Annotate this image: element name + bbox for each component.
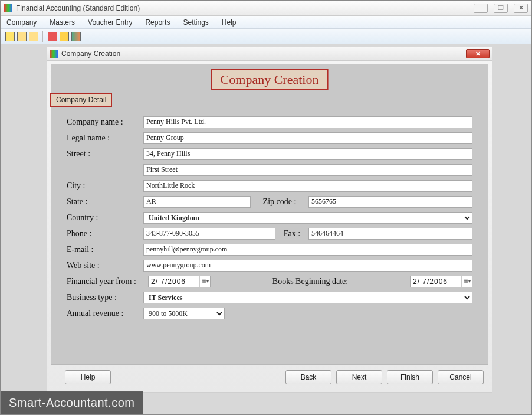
company-creation-dialog: Company Creation ✕ Company Creation Comp… (47, 47, 492, 393)
label-city: City : (67, 181, 143, 191)
menu-bar: Company Masters Voucher Entry Reports Se… (1, 16, 531, 29)
city-input[interactable] (143, 180, 472, 192)
email-input[interactable] (143, 244, 472, 256)
dialog-title: Company Creation (61, 50, 466, 58)
fax-input[interactable] (308, 228, 472, 240)
website-input[interactable] (143, 260, 472, 272)
menu-company[interactable]: Company (6, 18, 37, 27)
menu-masters[interactable]: Masters (50, 18, 75, 27)
books-begin-date-picker[interactable]: 2/ 7/2006 ▦▾ (410, 276, 472, 287)
close-button[interactable]: ✕ (514, 4, 528, 13)
label-email: E-mail : (67, 245, 143, 254)
toolbar-action3-icon[interactable] (71, 32, 81, 41)
toolbar-action2-icon[interactable] (60, 32, 69, 41)
main-window-titlebar: Financial Accounting (Standard Edition) … (1, 1, 531, 16)
toolbar-edit-icon[interactable] (17, 32, 27, 41)
label-zip: Zip code : (251, 197, 308, 207)
label-website: Web site : (67, 261, 143, 270)
menu-reports[interactable]: Reports (145, 18, 170, 27)
calendar-icon[interactable]: ▦▾ (461, 276, 472, 287)
cancel-button[interactable]: Cancel (438, 370, 484, 384)
toolbar-action1-icon[interactable] (48, 32, 57, 41)
tab-company-detail[interactable]: Company Detail (50, 93, 112, 107)
dialog-icon (50, 50, 58, 58)
annual-revenue-select[interactable]: 900 to 5000K (143, 308, 225, 319)
label-fin-year: Financial year from : (67, 277, 148, 286)
label-legal-name: Legal name : (67, 133, 143, 143)
app-icon (4, 4, 12, 12)
minimize-button[interactable]: — (474, 4, 488, 13)
app-title: Financial Accounting (Standard Edition) (16, 4, 474, 12)
toolbar-open-icon[interactable] (29, 32, 38, 41)
toolbar (1, 29, 531, 44)
phone-input[interactable] (143, 228, 275, 240)
label-country: Country : (67, 213, 143, 223)
country-select[interactable]: United Kingdom (143, 212, 472, 224)
label-annual-revenue: Annual revenue : (67, 309, 143, 318)
zip-input[interactable] (308, 196, 472, 208)
legal-name-input[interactable] (143, 132, 472, 144)
form-area: Company name : Legal name : Street : Cit… (51, 107, 488, 364)
menu-voucher-entry[interactable]: Voucher Entry (88, 18, 132, 27)
label-business-type: Business type : (67, 293, 143, 302)
menu-settings[interactable]: Settings (183, 18, 208, 27)
state-input[interactable] (143, 196, 251, 208)
label-street: Street : (67, 149, 143, 159)
next-button[interactable]: Next (336, 370, 382, 384)
toolbar-new-icon[interactable] (5, 32, 15, 41)
street2-input[interactable] (143, 164, 472, 176)
business-type-select[interactable]: IT Services (143, 292, 472, 303)
label-state: State : (67, 197, 143, 207)
label-fax: Fax : (275, 229, 308, 238)
back-button[interactable]: Back (285, 370, 331, 384)
dialog-heading: Company Creation (211, 69, 329, 90)
watermark: Smart-Accountant.com (1, 391, 143, 414)
dialog-titlebar: Company Creation ✕ (47, 47, 492, 61)
label-phone: Phone : (67, 229, 143, 238)
help-button[interactable]: Help (65, 370, 111, 384)
calendar-icon[interactable]: ▦▾ (199, 276, 210, 287)
maximize-button[interactable]: ❐ (494, 4, 508, 13)
label-company-name: Company name : (67, 117, 143, 127)
street1-input[interactable] (143, 148, 472, 160)
label-books-begin: Books Beginning date: (211, 277, 410, 286)
company-name-input[interactable] (143, 116, 472, 128)
dialog-close-button[interactable]: ✕ (466, 49, 490, 58)
finish-button[interactable]: Finish (387, 370, 433, 384)
fin-year-date-picker[interactable]: 2/ 7/2006 ▦▾ (148, 276, 211, 287)
menu-help[interactable]: Help (222, 18, 237, 27)
